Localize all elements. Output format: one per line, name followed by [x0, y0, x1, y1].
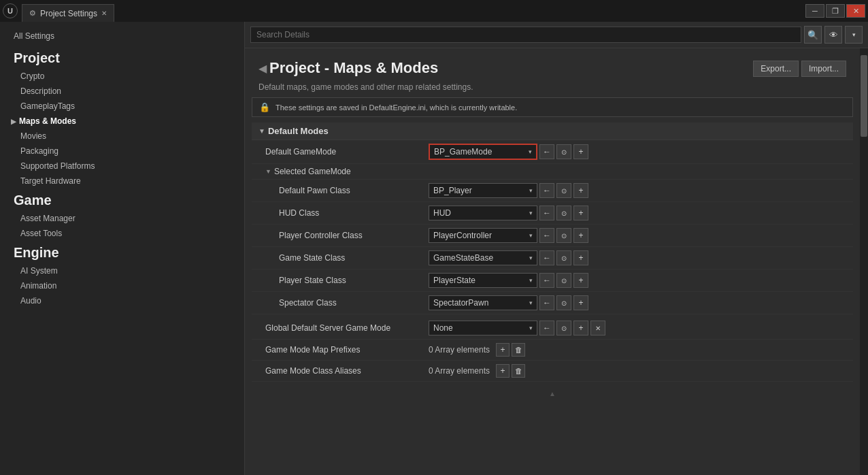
- global-server-dropdown[interactable]: None ▾: [429, 321, 537, 335]
- default-pawn-add-btn[interactable]: +: [573, 183, 588, 198]
- lock-icon: 🔒: [259, 102, 270, 112]
- player-controller-arrow-btn[interactable]: ←: [539, 228, 554, 243]
- sidebar-section-game: Game: [0, 189, 244, 211]
- player-state-arrow-btn[interactable]: ←: [539, 273, 554, 288]
- ue-logo: U: [3, 3, 18, 18]
- spectator-dropdown[interactable]: SpectatorPawn ▾: [429, 295, 537, 310]
- scrollbar-track[interactable]: [860, 48, 868, 475]
- game-state-arrow-btn[interactable]: ←: [539, 250, 554, 265]
- sidebar-item-animation[interactable]: Animation: [0, 278, 244, 293]
- game-state-add-btn[interactable]: +: [573, 250, 588, 265]
- spectator-search-btn[interactable]: ⊙: [556, 295, 571, 310]
- hud-arrow-btn[interactable]: ←: [539, 206, 554, 220]
- sidebar-item-gameplaytags[interactable]: GameplayTags: [0, 99, 244, 114]
- sidebar-item-maps-modes[interactable]: ▶ Maps & Modes: [0, 114, 244, 129]
- setting-row-game-mode-prefixes: Game Mode Map Prefixes 0 Array elements …: [252, 340, 853, 361]
- content-scroll: ◀ Project - Maps & Modes Export... Impor…: [245, 48, 860, 475]
- player-state-add-btn[interactable]: +: [573, 273, 588, 288]
- player-controller-add-btn[interactable]: +: [573, 228, 588, 243]
- dropdown-arrow-icon: ▾: [529, 210, 533, 216]
- setting-row-default-pawn: Default Pawn Class BP_Player ▾ ← ⊙ +: [252, 180, 853, 202]
- hud-search-btn[interactable]: ⊙: [556, 206, 571, 220]
- setting-row-spectator: Spectator Class SpectatorPawn ▾ ← ⊙ +: [252, 292, 853, 314]
- project-settings-tab[interactable]: ⚙ Project Settings ✕: [22, 4, 114, 22]
- default-gamemode-add-btn[interactable]: +: [573, 144, 588, 159]
- section-header-default-modes[interactable]: ▼ Default Modes: [252, 122, 853, 140]
- spectator-label: Spectator Class: [279, 298, 429, 308]
- sidebar: All Settings Project Crypto Description …: [0, 22, 245, 475]
- player-controller-dropdown[interactable]: PlayerController ▾: [429, 228, 537, 243]
- player-state-search-btn[interactable]: ⊙: [556, 273, 571, 288]
- default-gamemode-value: BP_GameMode: [434, 147, 492, 157]
- setting-row-player-controller: Player Controller Class PlayerController…: [252, 225, 853, 247]
- sidebar-item-maps-modes-label: Maps & Modes: [19, 116, 76, 126]
- global-server-search-btn[interactable]: ⊙: [556, 321, 571, 335]
- default-gamemode-dropdown[interactable]: BP_GameMode ▾: [429, 144, 537, 160]
- import-button[interactable]: Import...: [801, 61, 846, 77]
- page-subtitle: Default maps, game modes and other map r…: [245, 81, 860, 97]
- spectator-value: SpectatorPawn: [433, 298, 488, 308]
- sidebar-item-asset-tools[interactable]: Asset Tools: [0, 226, 244, 241]
- sidebar-arrow-icon: ▶: [11, 118, 16, 125]
- minimize-button[interactable]: ─: [805, 4, 824, 18]
- sidebar-item-target-hardware[interactable]: Target Hardware: [0, 174, 244, 189]
- close-button[interactable]: ✕: [846, 4, 865, 18]
- player-state-dropdown[interactable]: PlayerState ▾: [429, 273, 537, 288]
- sidebar-section-engine: Engine: [0, 241, 244, 263]
- sidebar-item-audio[interactable]: Audio: [0, 293, 244, 308]
- sidebar-item-asset-manager[interactable]: Asset Manager: [0, 211, 244, 226]
- sidebar-item-movies[interactable]: Movies: [0, 129, 244, 144]
- game-mode-prefixes-add-btn[interactable]: +: [496, 343, 510, 357]
- player-controller-search-btn[interactable]: ⊙: [556, 228, 571, 243]
- player-state-controls: PlayerState ▾ ← ⊙ +: [429, 273, 588, 288]
- global-server-arrow-btn[interactable]: ←: [539, 321, 554, 335]
- game-state-dropdown[interactable]: GameStateBase ▾: [429, 250, 537, 265]
- sidebar-item-description[interactable]: Description: [0, 84, 244, 99]
- tab-close-icon[interactable]: ✕: [101, 10, 107, 17]
- dropdown-arrow-button[interactable]: ▾: [845, 26, 863, 44]
- global-server-remove-btn[interactable]: ✕: [590, 321, 605, 335]
- default-pawn-arrow-btn[interactable]: ←: [539, 183, 554, 198]
- default-pawn-controls: BP_Player ▾ ← ⊙ +: [429, 183, 588, 198]
- tab-bar: ⚙ Project Settings ✕: [22, 0, 114, 22]
- spectator-add-btn[interactable]: +: [573, 295, 588, 310]
- sidebar-all-settings[interactable]: All Settings: [0, 29, 244, 46]
- eye-icon-button[interactable]: 👁: [824, 26, 842, 44]
- page-header: ◀ Project - Maps & Modes Export... Impor…: [245, 48, 860, 81]
- hud-label: HUD Class: [279, 208, 429, 218]
- scrollbar-thumb[interactable]: [861, 55, 867, 137]
- player-controller-controls: PlayerController ▾ ← ⊙ +: [429, 228, 588, 243]
- hud-add-btn[interactable]: +: [573, 206, 588, 220]
- player-state-label: Player State Class: [279, 276, 429, 285]
- player-controller-label: Player Controller Class: [279, 231, 429, 240]
- sidebar-item-crypto[interactable]: Crypto: [0, 69, 244, 84]
- hud-dropdown[interactable]: HUD ▾: [429, 206, 537, 220]
- global-server-add-btn[interactable]: +: [573, 321, 588, 335]
- player-controller-value: PlayerController: [433, 231, 492, 240]
- default-gamemode-search-btn[interactable]: ⊙: [556, 144, 571, 159]
- sidebar-item-packaging[interactable]: Packaging: [0, 144, 244, 159]
- game-state-controls: GameStateBase ▾ ← ⊙ +: [429, 250, 588, 265]
- game-state-search-btn[interactable]: ⊙: [556, 250, 571, 265]
- game-mode-prefixes-trash-btn[interactable]: 🗑: [512, 343, 525, 357]
- hud-value: HUD: [433, 208, 451, 218]
- sidebar-item-supported-platforms[interactable]: Supported Platforms: [0, 159, 244, 174]
- dropdown-arrow-icon: ▾: [529, 255, 533, 261]
- default-pawn-search-btn[interactable]: ⊙: [556, 183, 571, 198]
- section-title: Default Modes: [268, 126, 329, 136]
- default-gamemode-arrow-btn[interactable]: ←: [539, 144, 554, 159]
- sidebar-item-ai-system[interactable]: AI System: [0, 263, 244, 278]
- spectator-arrow-btn[interactable]: ←: [539, 295, 554, 310]
- search-input[interactable]: [250, 27, 801, 43]
- dropdown-arrow-icon: ▾: [529, 148, 532, 155]
- default-pawn-dropdown[interactable]: BP_Player ▾: [429, 183, 537, 198]
- game-mode-aliases-trash-btn[interactable]: 🗑: [512, 364, 525, 378]
- search-button[interactable]: 🔍: [804, 26, 822, 44]
- setting-row-player-state: Player State Class PlayerState ▾ ← ⊙ +: [252, 269, 853, 292]
- maximize-button[interactable]: ❐: [826, 4, 845, 18]
- titlebar-left: U ⚙ Project Settings ✕: [3, 0, 114, 22]
- export-button[interactable]: Export...: [753, 61, 799, 77]
- titlebar-controls: ─ ❐ ✕: [805, 4, 865, 18]
- settings-body: Default GameMode BP_GameMode ▾ ← ⊙ +: [252, 140, 853, 382]
- game-mode-aliases-add-btn[interactable]: +: [496, 364, 510, 378]
